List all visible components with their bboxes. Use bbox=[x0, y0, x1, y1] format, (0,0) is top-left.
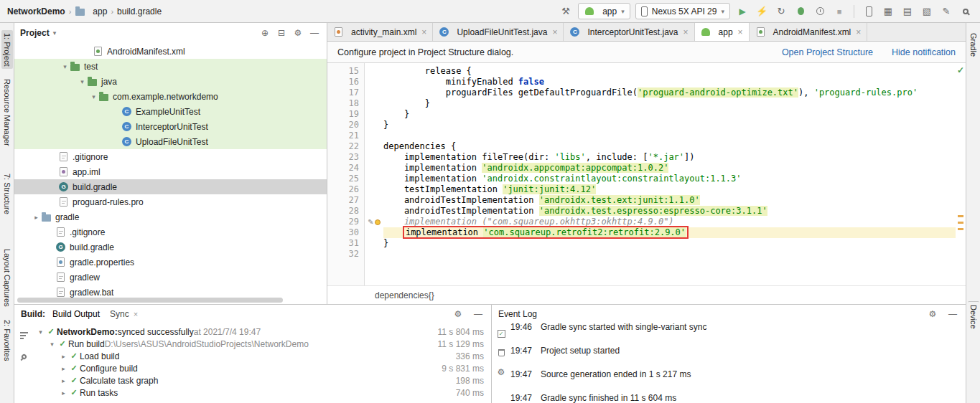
chevron-down-icon[interactable]: ▾ bbox=[36, 328, 45, 336]
tree-item-app-iml[interactable]: app.iml bbox=[14, 164, 327, 179]
code-line-18[interactable]: } bbox=[383, 98, 956, 109]
locate-file-icon[interactable]: ⊕ bbox=[258, 27, 271, 39]
code-line-23[interactable]: implementation fileTree(dir: 'libs', inc… bbox=[383, 152, 956, 163]
profiler-icon[interactable] bbox=[813, 4, 827, 19]
code-line-20[interactable]: } bbox=[383, 120, 956, 131]
tool-button-layout-captures[interactable]: Layout Captures bbox=[1, 246, 13, 310]
warning-mark[interactable] bbox=[958, 222, 963, 224]
hide-build-panel-icon[interactable]: — bbox=[472, 308, 485, 321]
tree-item-build-gradle[interactable]: Gbuild.gradle bbox=[14, 240, 327, 255]
build-tab-build-output[interactable]: Build Output bbox=[52, 309, 100, 319]
build-settings-icon[interactable]: ⚙ bbox=[452, 308, 465, 321]
warning-mark[interactable] bbox=[958, 228, 963, 230]
event-log-entry[interactable]: 19:46Gradle sync started with single-var… bbox=[510, 323, 966, 338]
tab-activity-main-xml[interactable]: activity_main.xml× bbox=[327, 23, 433, 41]
tree-item-interceptorunittest[interactable]: CInterceptorUnitTest bbox=[14, 119, 327, 134]
tree-item-java[interactable]: ▾java bbox=[14, 74, 327, 89]
device-file-explorer-button[interactable]: Device bbox=[968, 301, 979, 400]
code-line-21[interactable] bbox=[383, 131, 956, 141]
tool-button-7-structure[interactable]: 7: Structure bbox=[1, 171, 13, 217]
tab-androidmanifest-xml[interactable]: AndroidManifest.xml× bbox=[750, 23, 868, 41]
code-editor[interactable]: release { minifyEnabled false proguardFi… bbox=[383, 63, 956, 285]
close-tab-icon[interactable]: × bbox=[856, 27, 861, 37]
mark-all-read-icon[interactable]: ✓ bbox=[495, 327, 508, 340]
warning-mark[interactable] bbox=[958, 215, 963, 217]
event-log-entry[interactable]: 19:47Project setup started bbox=[510, 338, 966, 362]
tree-item-gitignore[interactable]: .gitignore bbox=[14, 224, 327, 240]
run-icon[interactable]: ▶ bbox=[735, 4, 750, 19]
sdk-manager-icon[interactable]: ▦ bbox=[881, 4, 895, 19]
code-line-27[interactable]: androidTestImplementation 'androidx.test… bbox=[383, 195, 956, 206]
intention-pen-icon[interactable]: ✎ bbox=[368, 218, 373, 226]
chevron-down-icon[interactable]: ▾ bbox=[47, 341, 57, 348]
device-select[interactable]: Nexus 5X API 29 ▾ bbox=[635, 3, 730, 19]
apply-changes-icon[interactable]: ⚡ bbox=[755, 4, 769, 19]
build-row[interactable]: ▾✓Run build D:\Users\ASUS\AndroidStudioP… bbox=[33, 338, 484, 350]
project-panel-title[interactable]: Project bbox=[20, 28, 50, 38]
filter-icon[interactable] bbox=[17, 328, 30, 341]
build-row[interactable]: ▾✓NetworkDemo: synced successfully at 20… bbox=[33, 326, 484, 338]
event-settings-wrench-icon[interactable]: ⚙ bbox=[495, 366, 508, 379]
chevron-right-icon[interactable]: ▸ bbox=[59, 377, 68, 384]
tree-item-gradlew[interactable]: gradlew bbox=[14, 270, 327, 285]
clear-all-icon[interactable] bbox=[495, 346, 508, 359]
stop-icon[interactable]: ■ bbox=[832, 4, 846, 19]
tool-button-1-project[interactable]: 1: Project bbox=[1, 30, 13, 69]
tree-item-gitignore[interactable]: .gitignore bbox=[14, 149, 327, 164]
editor-scrollbar[interactable]: ✓ bbox=[956, 63, 966, 285]
code-line-31[interactable]: } bbox=[383, 238, 956, 249]
inspections-ok-icon[interactable]: ✓ bbox=[957, 65, 964, 75]
sync-project-icon[interactable]: ↻ bbox=[774, 4, 788, 19]
tree-item-com-example-networkdemo[interactable]: ▾com.example.networkdemo bbox=[14, 89, 327, 104]
chevron-right-icon[interactable]: ▸ bbox=[59, 365, 68, 372]
hide-event-log-icon[interactable]: — bbox=[946, 308, 959, 321]
event-log-settings-icon[interactable]: ⚙ bbox=[926, 308, 939, 321]
tool-button-2-favorites[interactable]: 2: Favorites bbox=[1, 317, 13, 364]
run-config-select[interactable]: app ▾ bbox=[578, 3, 630, 19]
code-line-26[interactable]: testImplementation 'junit:junit:4.12' bbox=[383, 184, 956, 195]
tab-app[interactable]: app× bbox=[695, 23, 750, 41]
avd-manager-icon[interactable] bbox=[862, 4, 876, 19]
device-file-explorer-icon[interactable]: ▤ bbox=[900, 4, 915, 19]
close-tab-icon[interactable]: × bbox=[683, 27, 689, 37]
build-row[interactable]: ▸✓Configure build9 s 831 ms bbox=[33, 362, 484, 374]
tree-item-test[interactable]: ▾test bbox=[14, 59, 327, 74]
code-line-15[interactable]: release { bbox=[383, 66, 956, 77]
tool-button-resource-manager[interactable]: Resource Manager bbox=[1, 76, 13, 149]
tree-item-gradle-properties[interactable]: gradle.properties bbox=[14, 255, 327, 270]
open-project-structure-link[interactable]: Open Project Structure bbox=[782, 47, 873, 57]
lightbulb-icon[interactable] bbox=[375, 219, 381, 225]
hide-notification-link[interactable]: Hide notification bbox=[892, 47, 956, 57]
code-line-17[interactable]: proguardFiles getDefaultProguardFile('pr… bbox=[383, 87, 956, 98]
code-line-25[interactable]: implementation 'androidx.constraintlayou… bbox=[383, 174, 956, 184]
code-line-19[interactable]: } bbox=[383, 109, 956, 120]
build-tab-sync[interactable]: Sync× bbox=[110, 309, 138, 319]
debug-icon[interactable] bbox=[793, 4, 808, 19]
code-line-30[interactable]: implementation 'com.squareup.retrofit2:r… bbox=[383, 227, 956, 238]
search-everywhere-icon[interactable] bbox=[958, 4, 973, 19]
event-log-entry[interactable]: 19:47Gradle sync finished in 11 s 604 ms bbox=[510, 386, 966, 403]
panel-settings-icon[interactable]: ⚙ bbox=[291, 27, 304, 39]
build-row[interactable]: ▸✓Calculate task graph198 ms bbox=[33, 374, 484, 387]
gradle-tool-button[interactable]: Gradle bbox=[968, 30, 979, 60]
code-line-16[interactable]: minifyEnabled false bbox=[383, 77, 956, 87]
chevron-down-icon[interactable]: ▾ bbox=[78, 78, 87, 85]
tree-item-gradle[interactable]: ▸gradle bbox=[14, 209, 327, 224]
breadcrumb-networkdemo[interactable]: NetworkDemo bbox=[7, 6, 65, 16]
layout-inspector-icon[interactable]: ▧ bbox=[920, 4, 934, 19]
tab-uploadfileunittest-java[interactable]: CUploadFileUnitTest.java× bbox=[433, 23, 564, 41]
event-log-entry[interactable]: 19:47Source generation ended in 1 s 217 … bbox=[510, 362, 966, 386]
close-tab-icon[interactable]: × bbox=[552, 27, 557, 37]
code-line-32[interactable] bbox=[383, 249, 956, 260]
code-line-22[interactable]: dependencies { bbox=[383, 141, 956, 152]
collapse-all-icon[interactable]: ⊟ bbox=[275, 27, 288, 39]
tree-item-proguard-rules-pro[interactable]: proguard-rules.pro bbox=[14, 194, 327, 209]
tree-item-build-gradle[interactable]: Gbuild.gradle bbox=[14, 179, 327, 194]
tree-item-androidmanifest-xml[interactable]: AndroidManifest.xml bbox=[14, 44, 327, 59]
chevron-right-icon[interactable]: ▸ bbox=[32, 214, 41, 221]
tab-interceptorunittest-java[interactable]: CInterceptorUnitTest.java× bbox=[564, 23, 694, 41]
chevron-right-icon[interactable]: ▸ bbox=[59, 389, 68, 397]
build-hammer-icon[interactable]: ⚒ bbox=[559, 4, 573, 19]
hide-panel-icon[interactable]: — bbox=[308, 27, 321, 39]
chevron-down-icon[interactable]: ▾ bbox=[60, 63, 70, 70]
